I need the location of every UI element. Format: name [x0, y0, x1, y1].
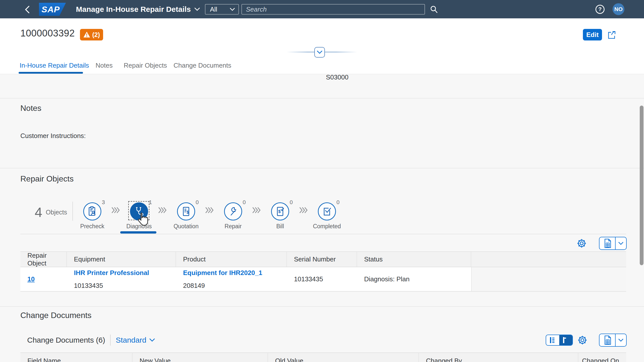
hand-cursor-icon — [138, 212, 149, 227]
objects-count: 4 — [35, 204, 42, 220]
flow-node-count: 1 — [149, 199, 152, 206]
flow-node-label: Bill — [257, 223, 303, 230]
chevron-down-icon — [230, 8, 235, 11]
view-variant-selector[interactable]: Standard — [116, 336, 155, 344]
toolbar-separator — [110, 335, 111, 346]
customer-instructions-label: Customer Instructions: — [20, 132, 86, 140]
flow-chevrons-icon — [299, 206, 308, 214]
column-header[interactable]: New Value — [133, 353, 268, 362]
flow-node-count: 0 — [336, 199, 339, 206]
product-link[interactable]: Equipment for IHR2020_1 — [183, 269, 287, 277]
flow-separator-rule — [72, 202, 73, 221]
change-documents-toolbar: Change Documents (6) Standard — [27, 335, 155, 346]
export-spreadsheet-icon[interactable] — [599, 237, 616, 249]
column-header[interactable]: Status — [357, 252, 471, 267]
section-divider — [0, 168, 644, 168]
search-icon[interactable] — [429, 5, 439, 15]
column-header[interactable]: Repair Object — [20, 252, 67, 267]
vertical-scrollbar-thumb[interactable] — [640, 106, 643, 265]
product-id: 208149 — [183, 282, 287, 290]
flow-node-bill[interactable]: $ — [271, 202, 289, 220]
export-menu-chevron-icon[interactable] — [616, 237, 626, 249]
details-field-value: S03000 — [326, 73, 349, 81]
table-row[interactable]: 10 IHR Printer Professional 10133435 Equ… — [20, 267, 626, 292]
flow-node-completed[interactable] — [318, 202, 336, 220]
app-title: Manage In-House Repair Details — [76, 5, 191, 14]
section-divider — [0, 306, 644, 307]
repair-object-link[interactable]: 10 — [27, 275, 67, 283]
page-content: S03000 Notes Customer Instructions: Repa… — [0, 74, 644, 362]
status-text: Diagnosis: Plan — [364, 275, 471, 283]
collapse-header-button[interactable] — [314, 47, 325, 58]
export-menu-chevron-icon[interactable] — [616, 334, 626, 346]
flow-node-count: 0 — [243, 199, 246, 206]
flow-node-repair[interactable] — [224, 202, 242, 220]
repair-wrench-icon — [228, 206, 239, 217]
share-icon[interactable] — [607, 30, 617, 40]
completed-check-icon — [321, 206, 332, 217]
back-icon[interactable] — [22, 5, 32, 15]
condensed-view-toggle-icon[interactable] — [559, 335, 572, 345]
column-header[interactable]: Old Value — [268, 353, 419, 362]
app-canvas: SAP Manage In-House Repair Details All ?… — [0, 0, 644, 362]
column-header[interactable]: Field Name — [20, 353, 133, 362]
row-empty-cell — [471, 267, 626, 291]
table-settings-gear-icon[interactable] — [577, 238, 587, 248]
export-spreadsheet-icon[interactable] — [599, 334, 616, 346]
serial-number: 10133435 — [294, 275, 357, 283]
flow-chevrons-icon — [158, 206, 167, 214]
column-header[interactable]: Product — [176, 252, 287, 267]
flow-node-count: 3 — [102, 199, 105, 206]
selected-flow-node-indicator — [120, 231, 156, 234]
column-header[interactable]: Changed On — [578, 353, 626, 362]
equipment-link[interactable]: IHR Printer Professional — [74, 269, 176, 277]
change-documents-section-heading: Change Documents — [20, 311, 92, 320]
chevron-down-icon — [149, 338, 155, 342]
tab-notes[interactable]: Notes — [96, 62, 113, 69]
repair-objects-table: Repair Object Equipment Product Serial N… — [20, 251, 626, 292]
quotation-icon: $ — [181, 206, 192, 217]
flow-node-label: Precheck — [70, 223, 115, 230]
repair-objects-table-header: Repair Object Equipment Product Serial N… — [20, 251, 626, 267]
view-toggle-segmented-button — [546, 335, 573, 346]
flow-chevrons-icon — [111, 206, 120, 214]
flow-node-quotation[interactable]: $ — [177, 202, 195, 220]
export-split-button — [599, 237, 627, 250]
notes-section-heading: Notes — [20, 104, 41, 113]
active-tab-indicator — [19, 72, 83, 74]
avatar[interactable]: NO — [613, 3, 624, 15]
flow-node-count: 0 — [290, 199, 293, 206]
edit-button[interactable]: Edit — [583, 29, 602, 40]
table-settings-gear-icon[interactable] — [577, 335, 587, 345]
warning-triangle-icon — [83, 31, 90, 38]
list-view-toggle-icon[interactable] — [546, 335, 559, 345]
tab-in-house-repair-details[interactable]: In-House Repair Details — [20, 62, 89, 69]
change-documents-table-header: Field Name New Value Old Value Changed B… — [20, 352, 626, 362]
object-page-header: 1000003392 (2) Edit In-House Repair Deta… — [0, 18, 644, 74]
search-input[interactable] — [242, 5, 424, 14]
tab-repair-objects[interactable]: Repair Objects — [124, 62, 167, 69]
tab-change-documents[interactable]: Change Documents — [174, 62, 231, 69]
help-icon[interactable]: ? — [595, 5, 605, 14]
search-field-wrap — [241, 4, 425, 15]
flow-bottom-border — [20, 234, 626, 234]
object-id-title: 1000003392 — [20, 28, 75, 39]
column-header[interactable]: Changed By — [419, 353, 578, 362]
flow-chevrons-icon — [252, 206, 261, 214]
app-title-menu[interactable]: Manage In-House Repair Details — [76, 0, 200, 18]
sap-logo: SAP — [39, 3, 66, 16]
section-divider — [0, 98, 644, 99]
svg-text:$: $ — [278, 209, 281, 214]
search-scope-select[interactable]: All — [205, 4, 239, 15]
column-header[interactable]: Serial Number — [287, 252, 357, 267]
column-header[interactable]: Equipment — [67, 252, 176, 267]
chevron-down-icon — [317, 51, 322, 54]
shell-bar: SAP Manage In-House Repair Details All ?… — [0, 0, 644, 18]
flow-node-label: Completed — [304, 223, 350, 230]
flow-node-precheck[interactable] — [83, 202, 101, 220]
warning-messages-badge[interactable]: (2) — [80, 29, 103, 40]
bill-icon: $ — [275, 206, 286, 217]
repair-objects-section-heading: Repair Objects — [20, 174, 74, 184]
column-header-empty — [471, 252, 626, 267]
export-split-button — [599, 334, 627, 347]
